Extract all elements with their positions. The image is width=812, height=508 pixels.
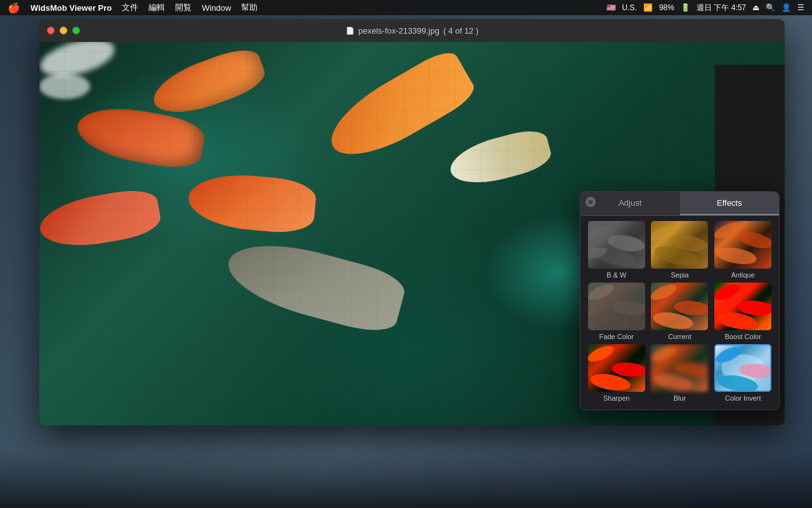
- menu-view[interactable]: 開覧: [175, 2, 192, 13]
- effect-antique[interactable]: Antique: [712, 221, 774, 281]
- eject-icon: ⏏: [752, 3, 759, 12]
- apple-menu[interactable]: 🍎: [8, 2, 20, 14]
- effect-label-fade: Fade Color: [599, 333, 634, 340]
- flag-icon: 🇺🇸: [606, 3, 616, 12]
- svg-point-10: [588, 283, 616, 303]
- svg-point-9: [716, 245, 758, 267]
- list-icon[interactable]: ☰: [797, 3, 804, 12]
- panel-tabs: Adjust Effects: [580, 192, 779, 216]
- image-area: Adjust Effects: [39, 42, 785, 425]
- svg-point-11: [611, 300, 645, 317]
- effect-thumb-blur: [651, 344, 708, 392]
- svg-point-0: [588, 222, 618, 245]
- svg-point-19: [588, 344, 616, 364]
- minimize-button[interactable]: [60, 27, 67, 34]
- svg-point-17: [737, 300, 771, 317]
- search-icon[interactable]: 🔍: [766, 3, 775, 12]
- desktop-bottom: [0, 451, 812, 508]
- file-icon: 📄: [346, 27, 355, 35]
- effect-label-sharpen: Sharpen: [603, 394, 630, 402]
- effect-current[interactable]: Current: [649, 283, 711, 343]
- close-button[interactable]: [47, 27, 55, 34]
- effect-label-current: Current: [668, 333, 691, 340]
- effect-label-antique: Antique: [731, 271, 755, 279]
- panel-close-button[interactable]: [586, 197, 596, 207]
- svg-point-25: [716, 345, 743, 366]
- effect-blur[interactable]: Blur: [649, 344, 711, 404]
- region-label: U.S.: [622, 3, 637, 12]
- effect-thumb-fade: [588, 283, 645, 330]
- svg-point-14: [674, 300, 709, 317]
- menu-bar: 🍎 WidsMob Viewer Pro 文件 編輯 開覧 Window 幫助 …: [0, 0, 812, 15]
- svg-point-1: [606, 232, 645, 254]
- svg-point-8: [737, 229, 771, 251]
- svg-point-26: [738, 363, 771, 380]
- datetime-label: 週日 下午 4:57: [697, 3, 746, 13]
- battery-icon: 🔋: [681, 3, 690, 12]
- svg-point-23: [674, 361, 709, 378]
- effect-label-blur: Blur: [674, 394, 686, 402]
- svg-point-7: [714, 221, 742, 241]
- effect-sepia[interactable]: Sepia: [649, 221, 711, 281]
- app-window: 📄 pexels-fox-213399.jpg ( 4 of 12 ): [39, 19, 785, 425]
- effect-sharpen[interactable]: Sharpen: [586, 344, 648, 404]
- battery-level: 98%: [659, 3, 674, 12]
- effect-boost[interactable]: Boost Color: [712, 283, 774, 343]
- effect-thumb-invert: [714, 344, 771, 392]
- effect-invert[interactable]: Color Invert: [712, 344, 774, 404]
- svg-point-22: [651, 344, 679, 364]
- svg-point-13: [651, 283, 679, 303]
- effect-label-bw: B & W: [606, 271, 626, 279]
- effect-label-sepia: Sepia: [671, 271, 688, 279]
- wifi-icon: 📶: [643, 3, 653, 12]
- effect-thumb-boost: [714, 283, 771, 330]
- maximize-button[interactable]: [72, 27, 80, 34]
- svg-point-2: [590, 242, 637, 269]
- tab-effects[interactable]: Effects: [680, 192, 780, 215]
- menu-window[interactable]: Window: [202, 3, 231, 13]
- menu-help[interactable]: 幫助: [241, 2, 258, 13]
- file-position-label: ( 4 of 12 ): [443, 26, 479, 36]
- svg-point-16: [714, 283, 742, 303]
- effect-bw[interactable]: B & W: [586, 221, 648, 281]
- app-name-menu[interactable]: WidsMob Viewer Pro: [30, 3, 112, 13]
- menu-bar-right: 🇺🇸 U.S. 📶 98% 🔋 週日 下午 4:57 ⏏ 🔍 👤 ☰: [606, 3, 804, 13]
- menu-edit[interactable]: 編輯: [148, 2, 165, 13]
- svg-point-20: [611, 361, 645, 378]
- effect-thumb-sepia: [651, 221, 708, 269]
- filename-label: pexels-fox-213399.jpg: [358, 26, 440, 36]
- account-icon[interactable]: 👤: [782, 3, 791, 12]
- menu-file[interactable]: 文件: [122, 2, 138, 13]
- effect-thumb-bw: [588, 221, 645, 269]
- effect-fade[interactable]: Fade Color: [586, 283, 648, 343]
- effects-grid: B & W Sepia: [580, 216, 779, 410]
- effect-label-invert: Color Invert: [725, 394, 761, 402]
- effects-panel: Adjust Effects: [580, 191, 780, 410]
- main-image: Adjust Effects: [39, 42, 785, 425]
- effect-thumb-antique: [714, 221, 771, 269]
- effect-label-boost: Boost Color: [724, 333, 761, 340]
- window-controls: [47, 27, 80, 34]
- title-bar: 📄 pexels-fox-213399.jpg ( 4 of 12 ): [39, 19, 785, 42]
- effect-thumb-sharpen: [588, 344, 645, 392]
- effect-thumb-current: [651, 283, 708, 330]
- title-bar-title: 📄 pexels-fox-213399.jpg ( 4 of 12 ): [346, 26, 479, 36]
- svg-point-3: [588, 246, 608, 260]
